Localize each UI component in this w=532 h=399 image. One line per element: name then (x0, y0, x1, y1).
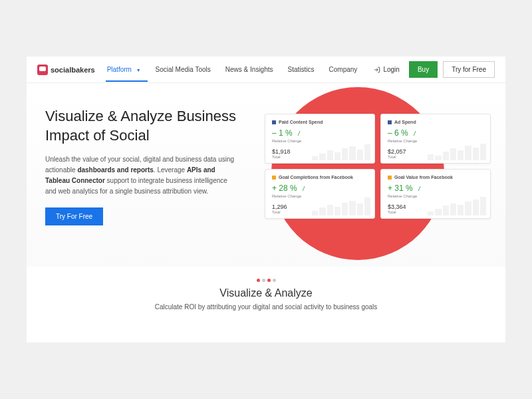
sparkline-bars (428, 140, 486, 160)
metric-cards-grid: Paid Content Spend – 1 % 〳 Relative Chan… (265, 114, 491, 219)
try-for-free-button[interactable]: Try for Free (443, 61, 495, 78)
nav-company[interactable]: Company (329, 58, 358, 81)
card-paid-content-spend: Paid Content Spend – 1 % 〳 Relative Chan… (265, 114, 375, 164)
nav-statistics[interactable]: Statistics (288, 58, 315, 81)
section-description: Calculate ROI by attributing your digita… (53, 303, 479, 311)
facebook-icon (272, 120, 276, 124)
sparkline-bars (428, 196, 486, 215)
section-title: Visualize & Analyze (53, 287, 479, 299)
analytics-icon (388, 176, 392, 180)
card-metric: – 6 % 〳 (388, 128, 483, 138)
hero-cta-button[interactable]: Try For Free (45, 207, 103, 225)
decorative-dots-icon (53, 279, 479, 282)
login-icon (374, 66, 380, 73)
card-title: Ad Spend (388, 120, 483, 124)
card-metric: + 31 % 〳 (388, 184, 483, 193)
nav-items: Platform ▼ Social Media Tools News & Ins… (107, 58, 370, 81)
card-metric: – 1 % 〳 (272, 128, 368, 138)
nav-item-label: Platform (107, 66, 132, 73)
hero-title: Visualize & Analyze Business Impact of S… (45, 107, 238, 145)
login-link[interactable]: Login (370, 66, 403, 73)
nav-platform[interactable]: Platform ▼ (107, 58, 141, 81)
card-title: Goal Value from Facebook (388, 175, 483, 180)
visualize-analyze-section: Visualize & Analyze Calculate ROI by att… (27, 267, 505, 324)
sparkline-bars (312, 140, 370, 160)
trend-icon: 〳 (301, 186, 307, 192)
card-title: Goal Completions from Facebook (272, 175, 368, 180)
hero-section: Visualize & Analyze Business Impact of S… (27, 83, 505, 267)
brand-name: socialbakers (51, 66, 95, 74)
nav-social-media-tools[interactable]: Social Media Tools (156, 58, 211, 81)
brand-logo[interactable]: socialbakers (37, 65, 95, 75)
trend-icon: 〳 (412, 130, 418, 136)
facebook-icon (388, 120, 392, 124)
nav-right: Login Buy Try for Free (370, 61, 495, 78)
card-metric: + 28 % 〳 (272, 184, 368, 193)
card-goal-completions: Goal Completions from Facebook + 28 % 〳 … (265, 169, 375, 219)
trend-icon: 〳 (417, 186, 422, 192)
analytics-icon (272, 176, 276, 180)
hero-visual: Paid Content Spend – 1 % 〳 Relative Chan… (258, 107, 487, 253)
sparkline-bars (312, 196, 370, 215)
hero-description: Unleash the value of your social, digita… (45, 154, 238, 197)
buy-button[interactable]: Buy (409, 61, 438, 78)
card-goal-value: Goal Value from Facebook + 31 % 〳 Relati… (380, 169, 491, 219)
nav-news-insights[interactable]: News & Insights (225, 58, 273, 81)
chevron-down-icon: ▼ (136, 68, 141, 72)
card-title: Paid Content Spend (272, 120, 368, 124)
logo-icon (37, 65, 48, 75)
login-label: Login (383, 66, 399, 73)
top-nav: socialbakers Platform ▼ Social Media Too… (27, 57, 505, 83)
trend-icon: 〳 (297, 130, 302, 136)
hero-copy: Visualize & Analyze Business Impact of S… (45, 107, 238, 253)
card-ad-spend: Ad Spend – 6 % 〳 Relative Change $2,057 … (380, 114, 491, 164)
landing-page: socialbakers Platform ▼ Social Media Too… (27, 57, 505, 342)
